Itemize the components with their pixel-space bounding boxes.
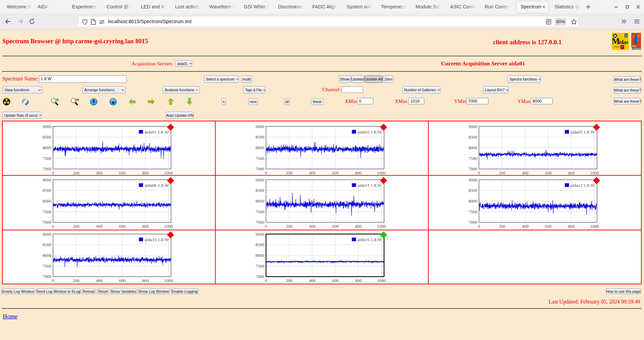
svg-text:8000: 8000 <box>256 253 265 258</box>
svg-text:600: 600 <box>119 278 126 283</box>
svg-text:8500: 8500 <box>256 134 265 139</box>
svg-text:600: 600 <box>545 170 552 175</box>
svg-text:1000: 1000 <box>377 278 386 283</box>
svg-text:400: 400 <box>309 224 316 229</box>
svg-text:200: 200 <box>73 278 79 283</box>
svg-text:⚖: ⚖ <box>625 34 628 37</box>
svg-text:9000: 9000 <box>43 124 52 129</box>
svg-text:200: 200 <box>73 224 79 229</box>
svg-text:7000: 7000 <box>469 166 478 171</box>
svg-text:400: 400 <box>309 278 316 283</box>
svg-text:aida01 1.8.W: aida01 1.8.W <box>145 129 169 134</box>
svg-text:800: 800 <box>568 224 575 229</box>
svg-text:800: 800 <box>142 278 149 283</box>
svg-text:400: 400 <box>96 278 103 283</box>
svg-text:8000: 8000 <box>43 145 52 150</box>
svg-text:9000: 9000 <box>256 177 265 182</box>
svg-text:200: 200 <box>286 224 292 229</box>
svg-text:1000: 1000 <box>164 224 173 229</box>
svg-text:400: 400 <box>96 224 103 229</box>
svg-text:0: 0 <box>265 278 267 283</box>
svg-text:8500: 8500 <box>43 134 52 139</box>
svg-text:7000: 7000 <box>256 166 265 171</box>
svg-text:aida11 1.8.W: aida11 1.8.W <box>358 183 382 188</box>
svg-text:600: 600 <box>545 224 552 229</box>
svg-text:400: 400 <box>96 170 103 175</box>
svg-text:7500: 7500 <box>43 209 52 214</box>
svg-text:1000: 1000 <box>377 224 386 229</box>
svg-text:1000: 1000 <box>164 278 173 283</box>
svg-text:7000: 7000 <box>256 274 265 279</box>
svg-text:9000: 9000 <box>43 177 52 182</box>
svg-text:800: 800 <box>142 224 149 229</box>
svg-text:1000: 1000 <box>590 224 599 229</box>
svg-text:8000: 8000 <box>256 199 265 204</box>
svg-text:7500: 7500 <box>43 264 52 269</box>
svg-text:7000: 7000 <box>469 220 478 225</box>
svg-text:idas: idas <box>619 39 629 45</box>
svg-text:7500: 7500 <box>256 156 265 161</box>
svg-text:8000: 8000 <box>43 199 52 204</box>
svg-text:0: 0 <box>478 170 480 175</box>
svg-text:8500: 8500 <box>43 242 52 247</box>
svg-text:800: 800 <box>568 170 575 175</box>
svg-text:9000: 9000 <box>43 232 52 237</box>
svg-text:0: 0 <box>265 224 267 229</box>
svg-text:600: 600 <box>332 170 339 175</box>
svg-text:200: 200 <box>286 170 292 175</box>
svg-text:8000: 8000 <box>256 145 265 150</box>
svg-text:600: 600 <box>332 224 339 229</box>
svg-text:M: M <box>612 37 620 46</box>
svg-text:8500: 8500 <box>469 134 478 139</box>
svg-text:7500: 7500 <box>469 209 478 214</box>
svg-text:aida06 1.8.W: aida06 1.8.W <box>145 183 169 188</box>
svg-text:800: 800 <box>355 224 362 229</box>
svg-text:800: 800 <box>142 170 149 175</box>
svg-text:8000: 8000 <box>469 145 478 150</box>
svg-text:1000: 1000 <box>164 170 173 175</box>
svg-text:0: 0 <box>265 170 267 175</box>
svg-text:200: 200 <box>499 224 505 229</box>
svg-text:8000: 8000 <box>469 199 478 204</box>
svg-text:9000: 9000 <box>256 232 265 237</box>
svg-text:7000: 7000 <box>43 166 52 171</box>
svg-text:0: 0 <box>52 170 54 175</box>
svg-text:7000: 7000 <box>256 220 265 225</box>
svg-text:0: 0 <box>52 278 54 283</box>
svg-text:8000: 8000 <box>43 253 52 258</box>
svg-text:7000: 7000 <box>43 274 52 279</box>
svg-text:8500: 8500 <box>256 188 265 193</box>
svg-text:1000: 1000 <box>377 170 386 175</box>
svg-text:400: 400 <box>522 170 529 175</box>
svg-text:8500: 8500 <box>256 242 265 247</box>
svg-text:1000: 1000 <box>590 170 599 175</box>
svg-text:8500: 8500 <box>469 188 478 193</box>
svg-text:7500: 7500 <box>469 156 478 161</box>
svg-text:200: 200 <box>73 170 79 175</box>
svg-text:200: 200 <box>499 170 505 175</box>
svg-text:400: 400 <box>309 170 316 175</box>
svg-text:7500: 7500 <box>256 264 265 269</box>
svg-text:aida05 1.8.W: aida05 1.8.W <box>571 129 595 134</box>
svg-text:800: 800 <box>355 170 362 175</box>
svg-text:600: 600 <box>119 224 126 229</box>
svg-text:9000: 9000 <box>256 124 265 129</box>
svg-text:8500: 8500 <box>43 188 52 193</box>
svg-text:0: 0 <box>478 224 480 229</box>
svg-text:POWERED: POWERED <box>632 48 641 50</box>
svg-text:7000: 7000 <box>43 220 52 225</box>
svg-text:400: 400 <box>522 224 529 229</box>
svg-text:7500: 7500 <box>256 209 265 214</box>
svg-text:aida16 1.8.W: aida16 1.8.W <box>358 237 382 242</box>
svg-text:9000: 9000 <box>469 177 478 182</box>
svg-text:aida02 1.8.W: aida02 1.8.W <box>358 129 382 134</box>
svg-text:600: 600 <box>332 278 339 283</box>
svg-text:800: 800 <box>355 278 362 283</box>
svg-text:aida15 1.8.W: aida15 1.8.W <box>145 237 169 242</box>
svg-text:7500: 7500 <box>43 156 52 161</box>
svg-text:200: 200 <box>286 278 292 283</box>
svg-text:9000: 9000 <box>469 124 478 129</box>
svg-text:TCL: TCL <box>632 45 637 47</box>
svg-text:0: 0 <box>52 224 54 229</box>
svg-text:aida12 1.8.W: aida12 1.8.W <box>571 183 595 188</box>
